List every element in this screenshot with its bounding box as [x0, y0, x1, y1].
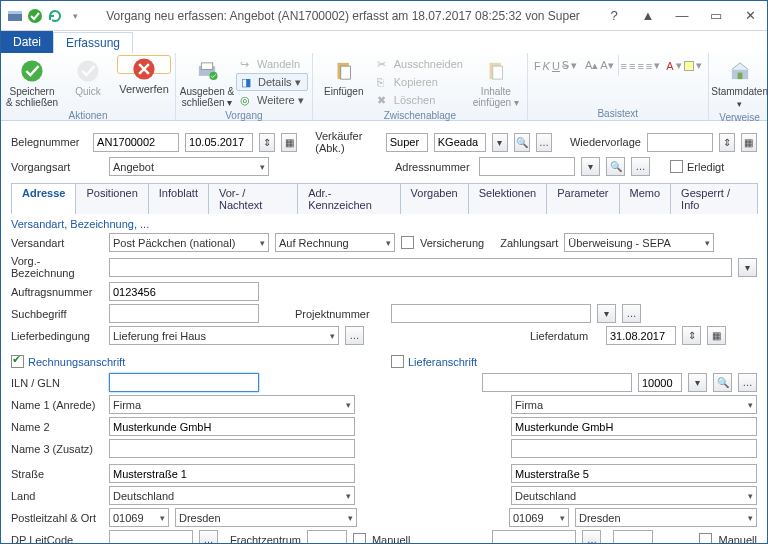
date-field[interactable] — [185, 133, 253, 152]
lieferbedingung-select[interactable]: Lieferung frei Haus▾ — [109, 326, 339, 345]
land-r-select[interactable]: Deutschland▾ — [109, 486, 355, 505]
verkaeufer2[interactable] — [434, 133, 486, 152]
versandart1-select[interactable]: Post Päckchen (national)▾ — [109, 233, 269, 252]
dp-r-more[interactable]: … — [199, 530, 218, 543]
iln-dd[interactable]: ▾ — [688, 373, 707, 392]
liefd-spin[interactable]: ⇕ — [682, 326, 701, 345]
manuell-r-label: Manuell — [372, 534, 411, 544]
zahlungsart-select[interactable]: Überweisung - SEPA▾ — [564, 233, 714, 252]
maximize-button[interactable]: ▭ — [699, 1, 733, 31]
file-tab[interactable]: Datei — [1, 31, 53, 53]
font-tools[interactable]: FKUS̶▾ A▴A▾ — [532, 55, 616, 76]
fracht-r-field[interactable] — [307, 530, 347, 543]
tab-adrkenn[interactable]: Adr.-Kennzeichen — [297, 183, 400, 214]
plz-r[interactable]: 01069▾ — [109, 508, 169, 527]
vorgangsart-select[interactable]: Angebot▾ — [109, 157, 269, 176]
dp-r-field[interactable] — [109, 530, 193, 543]
iln-r-field[interactable] — [109, 373, 259, 392]
name1-r-select[interactable]: Firma▾ — [109, 395, 355, 414]
color-tools[interactable]: A▾▾ — [664, 55, 703, 76]
wv-cal[interactable]: ▦ — [741, 133, 757, 152]
paste-button[interactable]: Einfügen — [317, 55, 371, 98]
qat-check-icon[interactable] — [27, 8, 43, 24]
name2-r-field[interactable] — [109, 417, 355, 436]
minimize-button[interactable]: — — [665, 1, 699, 31]
bez-dd[interactable]: ▾ — [738, 258, 757, 277]
adr-more[interactable]: … — [631, 157, 650, 176]
verkaeufer1[interactable] — [386, 133, 428, 152]
wv-spin[interactable]: ⇕ — [719, 133, 735, 152]
verk-search[interactable]: 🔍 — [514, 133, 530, 152]
paste-content-button[interactable]: Inhalte einfügen ▾ — [469, 55, 523, 109]
name2-l-field[interactable] — [511, 417, 757, 436]
verk-dd[interactable]: ▾ — [492, 133, 508, 152]
qat-dropdown-icon[interactable]: ▾ — [67, 8, 83, 24]
strasse-r-field[interactable] — [109, 464, 355, 483]
dp-l-field[interactable] — [492, 530, 576, 543]
name3-r-field[interactable] — [109, 439, 355, 458]
adr-search[interactable]: 🔍 — [606, 157, 625, 176]
tab-infoblatt[interactable]: Infoblatt — [148, 183, 209, 214]
proj-dd[interactable]: ▾ — [597, 304, 616, 323]
dp-l-more[interactable]: … — [582, 530, 601, 543]
ort-r[interactable]: Dresden▾ — [175, 508, 357, 527]
name3-l-field[interactable] — [511, 439, 757, 458]
tab-memo[interactable]: Memo — [619, 183, 672, 214]
qat-refresh-icon[interactable] — [47, 8, 63, 24]
bezeichnung-field[interactable] — [109, 258, 732, 277]
name1-l-select[interactable]: Firma▾ — [511, 395, 757, 414]
adr-dd[interactable]: ▾ — [581, 157, 600, 176]
discard-button[interactable]: Verwerfen — [117, 55, 171, 74]
lieferanschrift-check[interactable] — [391, 355, 404, 368]
suchbegriff-field[interactable] — [109, 304, 259, 323]
erfassung-tab[interactable]: Erfassung — [53, 32, 133, 53]
ort-l[interactable]: Dresden▾ — [575, 508, 757, 527]
auftragsnummer-field[interactable] — [109, 282, 259, 301]
tab-vorgaben[interactable]: Vorgaben — [400, 183, 469, 214]
wandeln-button: ↪Wandeln — [236, 55, 308, 73]
verk-more[interactable]: … — [536, 133, 552, 152]
weitere-button[interactable]: ◎Weitere ▾ — [236, 91, 308, 109]
adressnummer-field[interactable] — [479, 157, 575, 176]
tab-gesperrt[interactable]: Gesperrt / Info — [670, 183, 758, 214]
iln-more[interactable]: … — [738, 373, 757, 392]
align-tools[interactable]: ≡≡≡≡▾ — [618, 55, 663, 76]
lieferdatum-label: Lieferdatum — [530, 330, 600, 342]
tab-selektionen[interactable]: Selektionen — [468, 183, 548, 214]
strasse-l-field[interactable] — [511, 464, 757, 483]
iln-l-code[interactable] — [638, 373, 682, 392]
stammdaten-button[interactable]: Stammdaten▾ — [713, 55, 767, 111]
versandart2-select[interactable]: Auf Rechnung▾ — [275, 233, 395, 252]
output-close-button[interactable]: Ausgeben & schließen ▾ — [180, 55, 234, 109]
date-cal[interactable]: ▦ — [281, 133, 297, 152]
iln-search[interactable]: 🔍 — [713, 373, 732, 392]
liefb-more[interactable]: … — [345, 326, 364, 345]
wiedervorlage-field[interactable] — [647, 133, 713, 152]
land-l-select[interactable]: Deutschland▾ — [511, 486, 757, 505]
manuell-l-checkbox[interactable] — [699, 533, 712, 543]
name1-label: Name 1 (Anrede) — [11, 399, 103, 411]
plz-l[interactable]: 01069▾ — [509, 508, 569, 527]
fracht-l-field[interactable] — [613, 530, 653, 543]
tab-parameter[interactable]: Parameter — [546, 183, 619, 214]
tab-adresse[interactable]: Adresse — [11, 183, 76, 214]
details-button[interactable]: ◨Details ▾ — [236, 73, 308, 91]
save-close-button[interactable]: Speichern & schließen — [5, 55, 59, 109]
rechnungsanschrift-check[interactable] — [11, 355, 24, 368]
manuell-r-checkbox[interactable] — [353, 533, 366, 543]
liefd-cal[interactable]: ▦ — [707, 326, 726, 345]
quick-button[interactable]: Quick — [61, 55, 115, 98]
lieferdatum-field[interactable] — [606, 326, 676, 345]
versicherung-checkbox[interactable] — [401, 236, 414, 249]
close-button[interactable]: ✕ — [733, 1, 767, 31]
projektnummer-field[interactable] — [391, 304, 591, 323]
tab-nachtext[interactable]: Vor- / Nachtext — [208, 183, 298, 214]
erledigt-checkbox[interactable] — [670, 160, 683, 173]
iln-l-field[interactable] — [482, 373, 632, 392]
proj-more[interactable]: … — [622, 304, 641, 323]
tab-positionen[interactable]: Positionen — [75, 183, 148, 214]
date-spin[interactable]: ⇕ — [259, 133, 275, 152]
ribbon-collapse-button[interactable]: ▲ — [631, 1, 665, 31]
belegnummer-field[interactable] — [93, 133, 179, 152]
help-button[interactable]: ? — [597, 1, 631, 31]
